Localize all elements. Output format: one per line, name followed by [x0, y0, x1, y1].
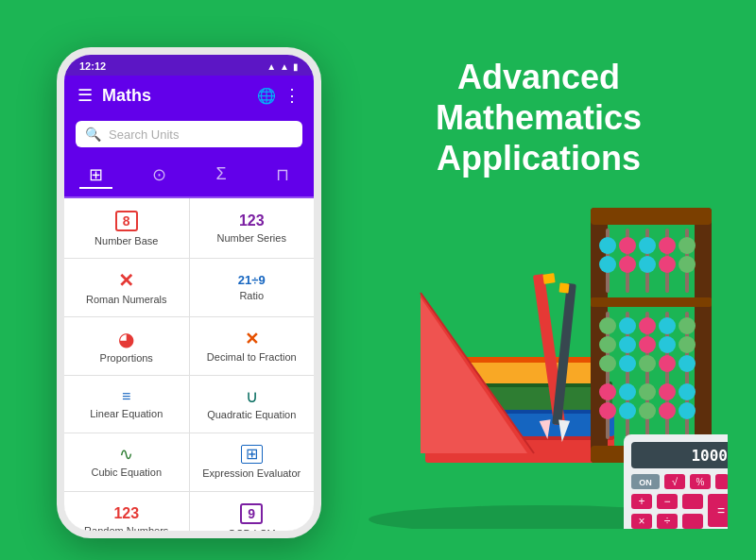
svg-point-49: [619, 402, 636, 419]
expr-eval-label: Expression Evaluator: [202, 467, 301, 479]
svg-point-43: [599, 402, 616, 419]
list-item[interactable]: 123 Random Numbers: [64, 492, 189, 538]
list-item[interactable]: ✕ Decimal to Fraction: [190, 317, 315, 375]
battery-icon: ▮: [293, 61, 299, 72]
svg-point-25: [599, 256, 616, 273]
svg-rect-82: [682, 494, 703, 509]
globe-icon[interactable]: 🌐: [257, 87, 276, 105]
svg-rect-14: [542, 273, 555, 284]
expr-eval-icon: ⊞: [241, 445, 263, 464]
proportions-label: Proportions: [100, 352, 153, 364]
svg-point-34: [659, 256, 676, 273]
phone-mockup: 12:12 ▲ ▲ ▮ ☰ Maths 🌐 ⋮ 🔍 Search Units ⊞…: [57, 47, 321, 538]
svg-point-47: [619, 355, 636, 372]
roman-numerals-label: Roman Numerals: [86, 294, 167, 305]
svg-point-48: [619, 383, 636, 400]
svg-point-31: [639, 256, 656, 273]
svg-point-27: [619, 237, 636, 254]
gcd-lcm-icon: 9: [240, 503, 263, 524]
svg-point-67: [679, 402, 696, 419]
svg-point-41: [599, 355, 616, 372]
search-bar-container: 🔍 Search Units: [64, 115, 314, 157]
svg-point-24: [599, 237, 616, 254]
tab-compass[interactable]: ⊙: [143, 162, 176, 189]
search-placeholder: Search Units: [109, 127, 179, 142]
svg-point-61: [659, 402, 676, 419]
status-icons: ▲ ▲ ▮: [266, 61, 299, 72]
svg-text:÷: ÷: [664, 515, 671, 528]
wifi-icon: ▲: [280, 61, 289, 72]
svg-point-37: [679, 256, 696, 273]
svg-point-54: [639, 383, 656, 400]
svg-point-59: [659, 355, 676, 372]
svg-point-39: [599, 317, 616, 334]
svg-point-28: [619, 256, 636, 273]
math-illustration: 1000 ON √ % + − = × ÷: [350, 151, 728, 529]
svg-point-57: [659, 317, 676, 334]
svg-text:%: %: [696, 477, 705, 487]
svg-rect-19: [695, 208, 712, 463]
svg-text:×: ×: [638, 515, 644, 528]
svg-rect-22: [591, 297, 712, 307]
random-numbers-icon: 123: [113, 506, 139, 521]
search-input-wrapper[interactable]: 🔍 Search Units: [76, 121, 302, 147]
proportions-icon: ◕: [118, 330, 134, 348]
number-base-icon: 8: [115, 211, 138, 231]
svg-rect-20: [591, 208, 712, 225]
svg-point-60: [659, 383, 676, 400]
svg-text:+: +: [638, 495, 644, 508]
tab-sigma[interactable]: Σ: [207, 162, 236, 189]
tab-bar: ⊞ ⊙ Σ ⊓: [64, 157, 314, 198]
svg-point-64: [679, 336, 696, 353]
svg-rect-17: [559, 283, 570, 294]
more-icon[interactable]: ⋮: [284, 85, 301, 106]
list-item[interactable]: 21÷9 Ratio: [190, 259, 315, 316]
list-item[interactable]: ⊞ Expression Evaluator: [190, 433, 315, 491]
tab-grid[interactable]: ⊞: [79, 162, 112, 189]
svg-point-36: [679, 237, 696, 254]
title-line1: Advanced Mathematics: [369, 57, 709, 138]
ratio-label: Ratio: [239, 290, 264, 301]
menu-icon[interactable]: ☰: [77, 85, 93, 106]
svg-point-30: [639, 237, 656, 254]
list-item[interactable]: ≡ Linear Equation: [64, 376, 189, 432]
svg-rect-77: [715, 474, 728, 489]
svg-point-40: [599, 336, 616, 353]
random-numbers-label: Random Numbers: [84, 525, 168, 536]
cubic-eq-icon: ∿: [119, 446, 133, 463]
svg-point-42: [599, 383, 616, 400]
status-time: 12:12: [79, 60, 106, 72]
linear-eq-icon: ≡: [122, 389, 130, 404]
svg-point-45: [619, 317, 636, 334]
number-base-label: Number Base: [94, 235, 158, 246]
list-item[interactable]: 8 Number Base: [64, 198, 189, 258]
svg-text:1000: 1000: [691, 447, 728, 465]
decimal-fraction-icon: ✕: [245, 331, 259, 348]
list-item[interactable]: ◕ Proportions: [64, 317, 189, 375]
search-icon: 🔍: [85, 127, 101, 142]
list-item[interactable]: ∿ Cubic Equation: [64, 433, 189, 491]
app-title: Maths: [102, 86, 257, 106]
svg-point-63: [679, 317, 696, 334]
svg-point-55: [639, 402, 656, 419]
app-toolbar: ☰ Maths 🌐 ⋮: [64, 76, 314, 115]
list-item[interactable]: 123 Number Series: [190, 198, 315, 258]
svg-point-33: [659, 237, 676, 254]
linear-eq-label: Linear Equation: [90, 408, 163, 419]
phone-screen: 12:12 ▲ ▲ ▮ ☰ Maths 🌐 ⋮ 🔍 Search Units ⊞…: [57, 47, 321, 538]
ratio-icon: 21÷9: [238, 274, 266, 286]
list-item[interactable]: ∪ Quadratic Equation: [190, 376, 315, 432]
cubic-eq-label: Cubic Equation: [91, 467, 162, 478]
svg-point-58: [659, 336, 676, 353]
tab-building[interactable]: ⊓: [266, 162, 299, 189]
list-item[interactable]: 9 GCD LCM: [190, 492, 315, 538]
status-bar: 12:12 ▲ ▲ ▮: [64, 55, 314, 76]
decimal-fraction-label: Decimal to Fraction: [207, 351, 297, 363]
list-item[interactable]: ✕ Roman Numerals: [64, 259, 189, 316]
quadratic-eq-icon: ∪: [246, 388, 258, 405]
svg-text:=: =: [717, 503, 725, 518]
svg-point-46: [619, 336, 636, 353]
number-series-label: Number Series: [217, 232, 286, 244]
items-grid: 8 Number Base 123 Number Series ✕ Roman …: [64, 198, 314, 538]
svg-rect-89: [682, 514, 703, 529]
